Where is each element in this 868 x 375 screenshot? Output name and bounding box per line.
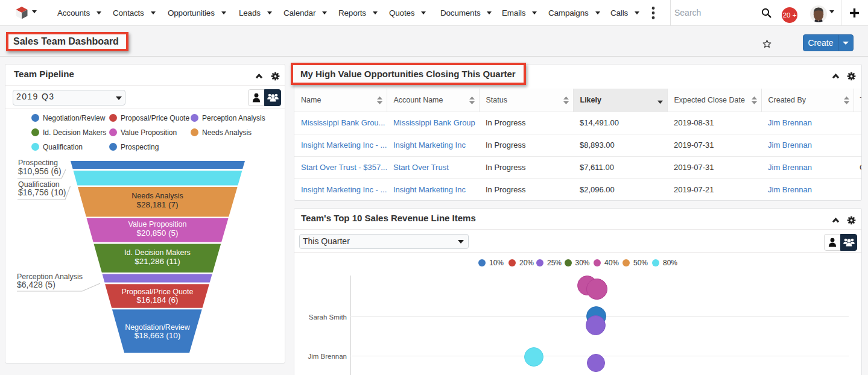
svg-text:$28,181 (7): $28,181 (7) [136, 200, 178, 209]
svg-text:$10,956 (6): $10,956 (6) [18, 166, 62, 176]
svg-text:Prospecting: Prospecting [18, 159, 58, 167]
svg-text:$20,850 (5): $20,850 (5) [136, 228, 178, 238]
svg-text:Needs Analysis: Needs Analysis [131, 192, 183, 200]
svg-text:$6,428 (5): $6,428 (5) [17, 280, 55, 289]
svg-text:Id. Decision Makers: Id. Decision Makers [124, 248, 191, 257]
svg-text:$18,663 (10): $18,663 (10) [135, 331, 181, 340]
svg-text:Value Proposition: Value Proposition [128, 220, 186, 228]
svg-text:$16,184 (6): $16,184 (6) [136, 295, 178, 304]
svg-text:Proposal/Price Quote: Proposal/Price Quote [122, 288, 194, 296]
svg-text:Negotiation/Review: Negotiation/Review [125, 323, 191, 332]
svg-text:$16,756 (10): $16,756 (10) [18, 188, 66, 197]
svg-text:$21,286 (11): $21,286 (11) [135, 257, 180, 266]
